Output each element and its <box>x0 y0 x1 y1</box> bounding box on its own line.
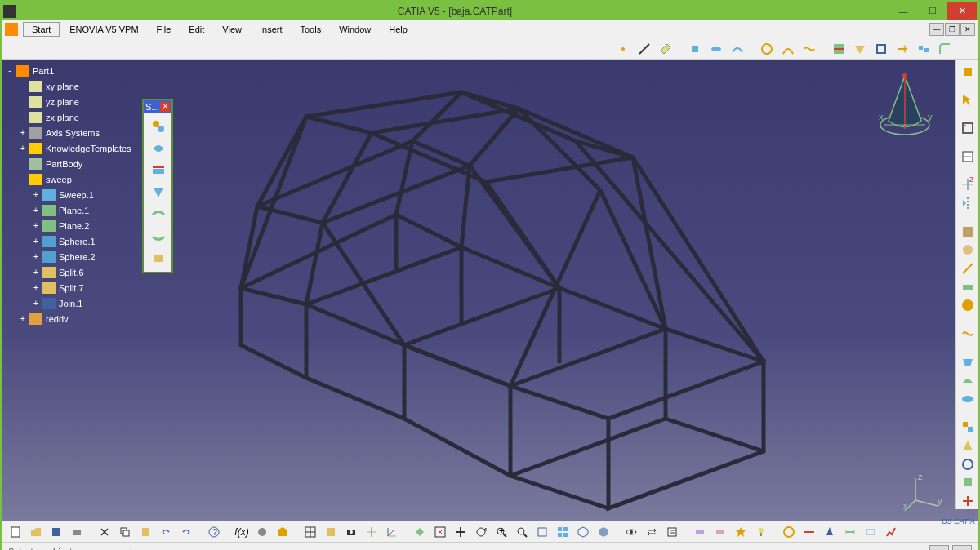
multiple-edge-icon[interactable] <box>146 248 171 269</box>
shape-op3-icon[interactable] <box>959 456 977 472</box>
tree-sphere-1[interactable]: +Sphere.1 <box>5 233 136 249</box>
save-file-icon[interactable] <box>47 523 65 541</box>
measure-between-icon[interactable] <box>841 523 859 541</box>
knowledge-icon[interactable] <box>274 523 292 541</box>
properties-icon[interactable] <box>663 523 681 541</box>
zoom-out-icon[interactable] <box>513 523 531 541</box>
tree-plane-2[interactable]: +Plane.2 <box>5 218 136 233</box>
shaded-edges-icon[interactable] <box>711 523 729 541</box>
iso-view-icon[interactable] <box>574 523 592 541</box>
viewport-3d[interactable]: -Part1 xy plane yz plane zx plane +Axis … <box>2 60 978 521</box>
close-button[interactable]: ✕ <box>947 2 977 20</box>
sew-surface-icon[interactable] <box>146 204 171 225</box>
menu-file[interactable]: File <box>149 23 180 36</box>
blend-surface-icon[interactable] <box>959 391 977 407</box>
sub-restore-button[interactable]: ❐ <box>945 23 960 36</box>
offset-tool-icon[interactable] <box>728 40 746 58</box>
tree-sphere-2[interactable]: +Sphere.2 <box>5 249 136 264</box>
circle-tool-icon[interactable] <box>758 40 776 58</box>
minimize-button[interactable]: — <box>889 2 918 20</box>
menu-tools[interactable]: Tools <box>292 23 329 36</box>
arc-tool-icon[interactable] <box>779 40 797 58</box>
floating-toolbar-title[interactable]: S...✕ <box>144 100 172 113</box>
tree-partbody[interactable]: PartBody <box>5 156 136 171</box>
extrude-tool-icon[interactable] <box>686 40 704 58</box>
tree-reddv[interactable]: +reddv <box>5 311 136 326</box>
print-icon[interactable] <box>68 523 86 541</box>
what-is-icon[interactable]: ? <box>205 523 223 541</box>
tree-plane-1[interactable]: +Plane.1 <box>5 202 136 218</box>
tree-axis-systems[interactable]: +Axis Systems <box>5 125 136 140</box>
fill-surface-icon[interactable] <box>959 354 977 370</box>
compass-icon[interactable]: y x <box>872 68 938 141</box>
split-surface-icon[interactable] <box>146 160 171 181</box>
axis-system-icon[interactable]: z <box>959 176 977 193</box>
axis-xyz-icon[interactable] <box>383 523 401 541</box>
shape-op2-icon[interactable] <box>959 437 977 454</box>
mirror-tool-icon[interactable] <box>959 195 977 211</box>
extract-surface-icon[interactable] <box>146 226 171 247</box>
maximize-button[interactable]: ☐ <box>918 2 947 20</box>
tree-xy-plane[interactable]: xy plane <box>5 78 136 94</box>
menu-window[interactable]: Window <box>331 23 379 36</box>
new-file-icon[interactable] <box>7 523 24 541</box>
select-arrow-icon[interactable] <box>959 92 977 109</box>
fit-all-icon[interactable] <box>431 523 449 541</box>
cut-icon[interactable] <box>96 523 114 541</box>
specification-tree[interactable]: -Part1 xy plane yz plane zx plane +Axis … <box>5 63 136 326</box>
menu-edit[interactable]: Edit <box>180 23 212 36</box>
multiple-extract-tool-icon[interactable] <box>915 40 933 58</box>
axis-icon[interactable] <box>363 523 381 541</box>
shape-op1-icon[interactable] <box>959 419 977 436</box>
menu-start[interactable]: Start <box>23 22 60 37</box>
sketcher-icon[interactable] <box>959 149 977 165</box>
shape-fillet-tool-icon[interactable] <box>936 40 954 58</box>
heal-tool-icon[interactable] <box>146 138 171 159</box>
menu-view[interactable]: View <box>214 23 250 36</box>
plane-tool-icon[interactable] <box>657 40 675 58</box>
tree-split-7[interactable]: +Split.7 <box>5 280 136 295</box>
paste-icon[interactable] <box>136 523 154 541</box>
menu-insert[interactable]: Insert <box>252 23 291 36</box>
trim-tool-icon[interactable] <box>851 40 869 58</box>
measure-tool-icon[interactable] <box>959 260 977 277</box>
snap-tool-icon[interactable] <box>800 523 818 541</box>
tree-root-part[interactable]: -Part1 <box>5 63 136 78</box>
copy-icon[interactable] <box>116 523 134 541</box>
pan-icon[interactable] <box>452 523 470 541</box>
analysis-icon[interactable] <box>882 523 900 541</box>
extract-tool-icon[interactable] <box>893 40 911 58</box>
spline-right-icon[interactable] <box>959 326 977 342</box>
undo-icon[interactable] <box>157 523 175 541</box>
grid-icon[interactable] <box>301 523 319 541</box>
join-tool-icon[interactable] <box>146 116 171 137</box>
move-tool-icon[interactable] <box>780 523 798 541</box>
shape-op4-icon[interactable] <box>959 475 977 491</box>
apply-material-icon[interactable] <box>959 242 977 258</box>
material-tool-icon[interactable] <box>959 224 977 240</box>
tree-join-1[interactable]: +Join.1 <box>5 295 136 311</box>
capture-icon[interactable] <box>342 523 360 541</box>
wireframe-view-icon[interactable] <box>691 523 709 541</box>
fly-icon[interactable] <box>411 523 429 541</box>
spline-tool-icon[interactable] <box>800 40 818 58</box>
section-tool-icon[interactable] <box>959 279 977 295</box>
tree-sweep-1[interactable]: +Sweep.1 <box>5 187 136 202</box>
redo-icon[interactable] <box>177 523 195 541</box>
customize-view-icon[interactable] <box>732 523 750 541</box>
hide-show-icon[interactable] <box>622 523 640 541</box>
trim-surface-icon[interactable] <box>146 182 171 203</box>
compass-tool-icon[interactable] <box>821 523 839 541</box>
catalog-icon[interactable] <box>322 523 340 541</box>
status-indicator-1[interactable] <box>929 545 949 551</box>
sub-minimize-button[interactable]: — <box>929 23 944 36</box>
point-tool-icon[interactable] <box>614 40 632 58</box>
line-tool-icon[interactable] <box>635 40 653 58</box>
status-indicator-2[interactable] <box>952 545 972 551</box>
boundary-tool-icon[interactable] <box>872 40 890 58</box>
rotate-icon[interactable] <box>472 523 490 541</box>
multi-view-icon[interactable] <box>554 523 572 541</box>
sub-close-button[interactable]: ✕ <box>960 23 975 36</box>
floating-surface-toolbar[interactable]: S...✕ <box>142 99 173 273</box>
open-file-icon[interactable] <box>27 523 45 541</box>
